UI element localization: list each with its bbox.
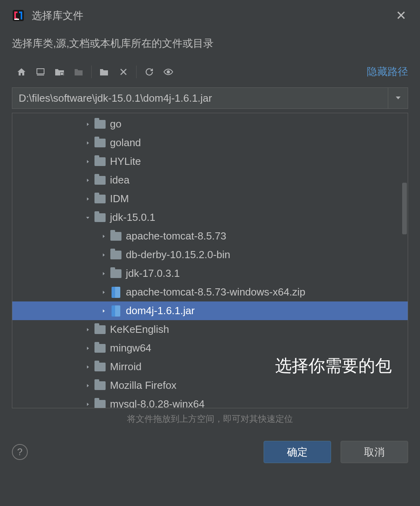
toolbar: + 隐藏路径 [0,61,420,87]
chevron-right-icon[interactable] [84,141,92,145]
module-icon [69,64,88,80]
tree-item-label: go [110,118,121,130]
chevron-right-icon[interactable] [84,159,92,164]
app-icon [12,9,25,22]
home-icon[interactable] [12,64,31,80]
folder-icon [94,193,106,205]
help-icon[interactable]: ? [12,444,28,460]
tree-item[interactable]: Mirroid [12,357,408,376]
chevron-right-icon[interactable] [100,290,108,295]
chevron-right-icon[interactable] [84,365,92,369]
path-input[interactable] [12,88,388,108]
cancel-button[interactable]: 取消 [341,441,408,463]
tree-item[interactable]: go [12,115,408,133]
path-field [12,87,408,109]
folder-icon [94,380,106,392]
tree-item[interactable]: HYLite [12,152,408,171]
footer: ? 确定 取消 [0,433,420,475]
folder-icon [110,249,122,261]
toolbar-divider [91,66,92,78]
tree-item[interactable]: jdk-15.0.1 [12,208,408,227]
ok-button[interactable]: 确定 [264,441,331,463]
chevron-right-icon[interactable] [100,271,108,276]
tree-item[interactable]: apache-tomcat-8.5.73-windows-x64.zip [12,283,408,301]
scrollbar[interactable] [401,113,408,408]
new-folder-icon[interactable]: + [95,64,114,80]
close-icon[interactable]: ✕ [392,6,410,25]
folder-icon [94,398,106,408]
tree-item-label: Mirroid [110,361,141,373]
tree-item-label: KeKeEnglish [110,323,169,336]
tree-item[interactable]: db-derby-10.15.2.0-bin [12,245,408,264]
tree-item-label: Mozilla Firefox [110,379,177,392]
tree-item[interactable]: idea [12,171,408,189]
folder-icon [94,324,106,336]
scrollbar-thumb[interactable] [402,183,407,234]
folder-icon [94,174,106,186]
folder-icon [94,156,106,168]
archive-icon [110,305,122,317]
svg-rect-2 [37,69,44,74]
project-icon[interactable] [50,64,69,80]
folder-icon [110,230,122,242]
chevron-right-icon[interactable] [84,346,92,351]
svg-text:+: + [107,67,110,73]
svg-rect-5 [61,73,63,75]
tree-item[interactable]: Mozilla Firefox [12,376,408,395]
path-dropdown-icon[interactable] [388,88,408,108]
tree-item[interactable]: jdk-17.0.3.1 [12,264,408,283]
tree-item[interactable]: goland [12,133,408,152]
tree-item-label: apache-tomcat-8.5.73 [126,230,226,242]
desktop-icon[interactable] [31,64,50,80]
svg-rect-1 [14,19,19,20]
titlebar: 选择库文件 ✕ [0,0,420,31]
tree-item-label: dom4j-1.6.1.jar [126,305,195,317]
tree-item[interactable]: mysql-8.0.28-winx64 [12,395,408,408]
tree-item-label: jdk-15.0.1 [110,211,155,224]
tree-item[interactable]: apache-tomcat-8.5.73 [12,227,408,245]
chevron-right-icon[interactable] [100,234,108,239]
tree-item[interactable]: KeKeEnglish [12,320,408,339]
tree-item-label: goland [110,137,141,149]
folder-icon [94,137,106,149]
chevron-right-icon[interactable] [84,122,92,127]
drop-hint: 将文件拖放到上方空间，即可对其快速定位 [0,408,420,433]
folder-icon [94,342,106,354]
tree-item-label: IDM [110,193,129,205]
folder-icon [94,361,106,373]
tree-item-label: idea [110,174,129,186]
archive-icon [110,286,122,298]
tree-item[interactable]: dom4j-1.6.1.jar [12,301,408,320]
chevron-down-icon[interactable] [84,215,92,220]
tree-item[interactable]: mingw64 [12,339,408,357]
hide-path-link[interactable]: 隐藏路径 [367,63,408,80]
tree-item-label: mysql-8.0.28-winx64 [110,398,204,408]
folder-icon [94,118,106,130]
tree-item-label: db-derby-10.15.2.0-bin [126,249,230,261]
chevron-right-icon[interactable] [100,309,108,313]
tree-item-label: jdk-17.0.3.1 [126,267,180,280]
chevron-right-icon[interactable] [100,253,108,257]
svg-point-9 [167,71,170,73]
folder-icon [94,212,106,224]
refresh-icon[interactable] [140,64,159,80]
chevron-right-icon[interactable] [84,383,92,388]
dialog-title: 选择库文件 [32,9,83,23]
tree-item-label: mingw64 [110,342,151,354]
tree-scroll[interactable]: gogolandHYLiteideaIDMjdk-15.0.1apache-to… [12,113,408,408]
chevron-right-icon[interactable] [84,197,92,201]
show-hidden-icon[interactable] [159,64,178,80]
chevron-right-icon[interactable] [84,402,92,407]
toolbar-divider [136,66,137,78]
file-tree: gogolandHYLiteideaIDMjdk-15.0.1apache-to… [12,113,408,408]
tree-item[interactable]: IDM [12,189,408,208]
chevron-right-icon[interactable] [84,178,92,183]
folder-icon [110,268,122,280]
chevron-right-icon[interactable] [84,327,92,332]
delete-icon[interactable] [114,64,133,80]
dialog-subtitle: 选择库类,源,文档或本机库所在的文件或目录 [0,31,420,61]
tree-item-label: apache-tomcat-8.5.73-windows-x64.zip [126,286,305,298]
tree-item-label: HYLite [110,155,141,168]
